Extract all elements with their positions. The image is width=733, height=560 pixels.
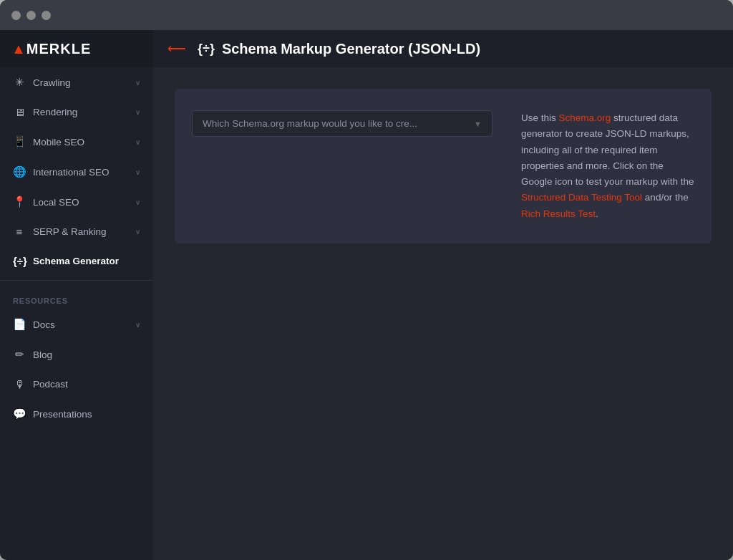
selector-area: Which Schema.org markup would you like t…	[192, 110, 492, 137]
podcast-icon: 🎙	[13, 378, 26, 390]
chevron-icon: ∨	[135, 321, 140, 329]
page-title-text: Schema Markup Generator (JSON-LD)	[222, 41, 480, 57]
chevron-icon: ∨	[135, 228, 140, 236]
sidebar-item-label: Presentations	[33, 409, 140, 420]
sidebar-item-label: Local SEO	[33, 197, 128, 208]
app-layout: ▲MERKLE ⟵ {÷} Schema Markup Generator (J…	[0, 30, 733, 560]
resources-section-label: Resources	[0, 285, 153, 309]
sidebar-item-label: Podcast	[33, 379, 140, 390]
structured-data-testing-link[interactable]: Structured Data Testing Tool	[521, 192, 642, 203]
close-button[interactable]	[11, 11, 21, 20]
docs-icon: 📄	[13, 318, 26, 331]
presentations-icon: 💬	[13, 407, 26, 420]
sidebar-item-international-seo[interactable]: 🌐 International SEO ∨	[0, 157, 153, 187]
local-icon: 📍	[13, 195, 26, 208]
sidebar-item-label: Mobile SEO	[33, 137, 128, 148]
chevron-icon: ∨	[135, 138, 140, 146]
sidebar-item-schema-generator[interactable]: {÷} Schema Generator	[0, 246, 153, 276]
sidebar-item-label: Docs	[33, 319, 128, 330]
chevron-icon: ∨	[135, 79, 140, 87]
info-text-before: Use this	[521, 112, 559, 123]
sidebar-item-mobile-seo[interactable]: 📱 Mobile SEO ∨	[0, 127, 153, 157]
sidebar-item-label: International SEO	[33, 167, 128, 178]
crawling-icon: ✳	[13, 76, 26, 89]
schema-generator-card: Which Schema.org markup would you like t…	[175, 89, 712, 243]
sidebar-divider	[0, 280, 153, 281]
schema-type-dropdown[interactable]: Which Schema.org markup would you like t…	[192, 110, 492, 137]
app-window: ▲MERKLE ⟵ {÷} Schema Markup Generator (J…	[0, 0, 733, 560]
chevron-icon: ∨	[135, 108, 140, 116]
sidebar-item-blog[interactable]: ✏ Blog	[0, 339, 153, 370]
info-area: Use this Schema.org structured data gene…	[521, 110, 694, 222]
schema-generator-icon: {÷}	[13, 255, 26, 267]
rendering-icon: 🖥	[13, 106, 26, 118]
main-layout: ✳ Crawling ∨ 🖥 Rendering ∨ 📱 Mobile SEO …	[0, 67, 733, 560]
sidebar-item-label: Schema Generator	[33, 256, 140, 266]
main-content: Which Schema.org markup would you like t…	[153, 67, 733, 560]
info-text-end: .	[596, 208, 598, 219]
content-row: Which Schema.org markup would you like t…	[192, 110, 694, 222]
international-icon: 🌐	[13, 165, 26, 178]
schema-org-link[interactable]: Schema.org	[559, 112, 611, 123]
sidebar-item-presentations[interactable]: 💬 Presentations	[0, 399, 153, 429]
app-header: ▲MERKLE ⟵ {÷} Schema Markup Generator (J…	[0, 30, 733, 67]
sidebar-item-crawling[interactable]: ✳ Crawling ∨	[0, 67, 153, 97]
sidebar-item-podcast[interactable]: 🎙 Podcast	[0, 370, 153, 399]
minimize-button[interactable]	[26, 11, 36, 20]
schema-icon: {÷}	[198, 42, 215, 57]
chevron-icon: ∨	[135, 168, 140, 176]
sidebar-item-label: Blog	[33, 349, 140, 360]
rich-results-test-link[interactable]: Rich Results Test	[521, 208, 596, 219]
serp-icon: ≡	[13, 226, 26, 238]
sidebar-item-rendering[interactable]: 🖥 Rendering ∨	[0, 97, 153, 127]
chevron-icon: ∨	[135, 198, 140, 206]
sidebar-item-label: SERP & Ranking	[33, 226, 128, 237]
sidebar-item-local-seo[interactable]: 📍 Local SEO ∨	[0, 187, 153, 217]
sidebar-item-docs[interactable]: 📄 Docs ∨	[0, 309, 153, 339]
sidebar-item-label: Rendering	[33, 107, 128, 117]
info-text-middle: structured data generator to create JSON…	[521, 112, 694, 187]
sidebar-item-serp-ranking[interactable]: ≡ SERP & Ranking ∨	[0, 217, 153, 246]
maximize-button[interactable]	[42, 11, 51, 20]
sidebar: ✳ Crawling ∨ 🖥 Rendering ∨ 📱 Mobile SEO …	[0, 67, 153, 560]
logo-area: ▲MERKLE	[0, 30, 153, 67]
info-text-and: and/or the	[642, 192, 689, 203]
dropdown-chevron-icon: ▼	[474, 120, 482, 128]
titlebar	[0, 0, 733, 30]
back-icon[interactable]: ⟵	[168, 41, 186, 57]
logo: ▲MERKLE	[11, 41, 91, 57]
page-title: {÷} Schema Markup Generator (JSON-LD)	[198, 41, 480, 57]
schema-selector-label: Which Schema.org markup would you like t…	[203, 118, 468, 129]
mobile-icon: 📱	[13, 135, 26, 148]
sidebar-item-label: Crawling	[33, 77, 128, 88]
info-text: Use this Schema.org structured data gene…	[521, 110, 694, 222]
header-right: ⟵ {÷} Schema Markup Generator (JSON-LD)	[153, 41, 733, 57]
blog-icon: ✏	[13, 348, 26, 361]
logo-accent: ▲	[11, 41, 26, 57]
